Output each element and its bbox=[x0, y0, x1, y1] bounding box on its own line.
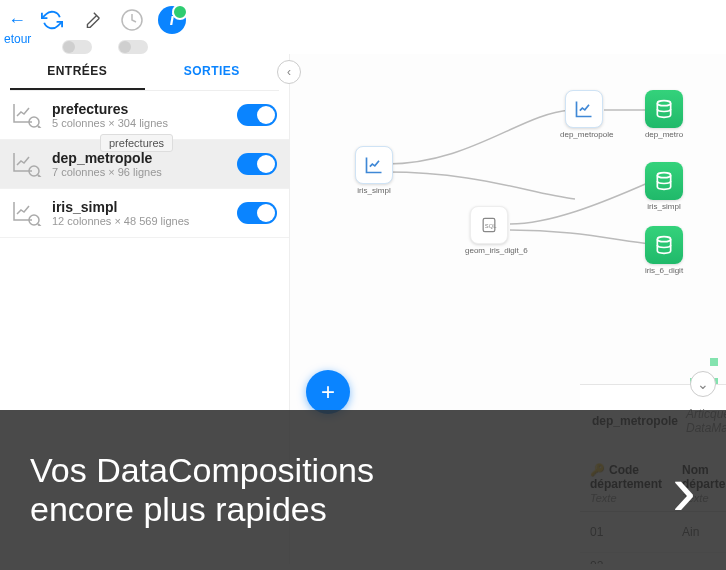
node-iris-6-digit[interactable]: iris_6_digit bbox=[640, 226, 688, 275]
node-iris-simpl-out[interactable]: iris_simpl bbox=[640, 162, 688, 211]
eyedropper-button[interactable] bbox=[78, 6, 106, 34]
mini-toggle-1[interactable] bbox=[62, 40, 92, 54]
promo-overlay[interactable]: Vos DataCompositions encore plus rapides… bbox=[0, 410, 726, 570]
refresh-button[interactable] bbox=[38, 6, 66, 34]
collapse-table-icon[interactable]: ⌄ bbox=[690, 371, 716, 397]
dataset-tooltip: prefectures bbox=[100, 134, 173, 152]
dataset-item[interactable]: prefectures5 colonnes × 304 lignes bbox=[0, 91, 289, 140]
dataset-toggle[interactable] bbox=[237, 153, 277, 175]
svg-point-6 bbox=[657, 101, 670, 106]
dataset-toggle[interactable] bbox=[237, 104, 277, 126]
back-arrow-icon[interactable]: ← bbox=[8, 10, 26, 31]
svg-text:SQL: SQL bbox=[485, 223, 497, 229]
tab-entries[interactable]: ENTRÉES bbox=[10, 54, 145, 90]
dataset-name: iris_simpl bbox=[52, 199, 227, 215]
svg-point-7 bbox=[657, 173, 670, 178]
add-node-button[interactable]: + bbox=[306, 370, 350, 414]
dataset-icon bbox=[12, 102, 42, 128]
node-iris-simpl[interactable]: iris_simpl bbox=[350, 146, 398, 195]
dataset-icon bbox=[12, 200, 42, 226]
dataset-meta: 7 colonnes × 96 lignes bbox=[52, 166, 227, 178]
node-dep-metro-out[interactable]: dep_metro bbox=[640, 90, 688, 139]
node-dep-metropole[interactable]: dep_metropole bbox=[560, 90, 608, 139]
dataset-item[interactable]: dep_metropole7 colonnes × 96 lignesprefe… bbox=[0, 140, 289, 189]
info-badge-icon[interactable]: i bbox=[158, 6, 186, 34]
dataset-icon bbox=[12, 151, 42, 177]
dataset-name: prefectures bbox=[52, 101, 227, 117]
dataset-meta: 5 colonnes × 304 lignes bbox=[52, 117, 227, 129]
dataset-name: dep_metropole bbox=[52, 150, 227, 166]
svg-point-8 bbox=[657, 237, 670, 242]
dataset-meta: 12 colonnes × 48 569 lignes bbox=[52, 215, 227, 227]
mini-toggle-2[interactable] bbox=[118, 40, 148, 54]
tab-outputs[interactable]: SORTIES bbox=[145, 54, 280, 90]
dataset-item[interactable]: iris_simpl12 colonnes × 48 569 lignes bbox=[0, 189, 289, 238]
dataset-toggle[interactable] bbox=[237, 202, 277, 224]
collapse-sidebar-icon[interactable]: ‹ bbox=[277, 60, 301, 84]
overlay-next-icon[interactable]: › bbox=[672, 449, 696, 531]
overlay-line2: encore plus rapides bbox=[30, 490, 374, 529]
node-geom-iris[interactable]: SQL geom_iris_digit_6 bbox=[465, 206, 513, 255]
overlay-line1: Vos DataCompositions bbox=[30, 451, 374, 490]
history-button[interactable] bbox=[118, 6, 146, 34]
